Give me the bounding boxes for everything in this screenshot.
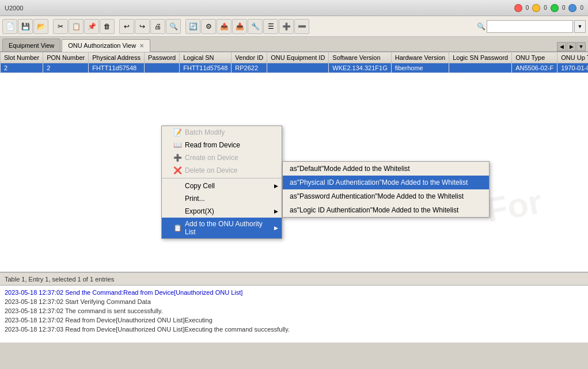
close-button[interactable] <box>514 4 522 12</box>
submenu-onu-authority: as"Default"Mode Added to the Whitelist a… <box>282 161 490 218</box>
log-line-0: 2023-05-18 12:37:02 Send the Command:Rea… <box>5 288 583 297</box>
tab-bar: Equipment View ONU Authorization View ✕ … <box>0 37 588 52</box>
watermark: For <box>483 181 545 230</box>
add-button[interactable]: ➕ <box>279 19 294 34</box>
app-title: U2000 <box>5 5 23 12</box>
cell-slot: 2 <box>1 63 43 73</box>
export-button[interactable]: 📤 <box>217 19 232 34</box>
remove-button[interactable]: ➖ <box>294 19 309 34</box>
col-onu-type: ONU Type <box>512 52 557 63</box>
open-button[interactable]: 📂 <box>33 19 48 34</box>
tab-equipment-view-label: Equipment View <box>9 42 54 49</box>
delete-device-icon: ❌ <box>173 166 181 174</box>
minimize-button[interactable] <box>532 4 540 12</box>
cut-button[interactable]: ✂ <box>53 19 68 34</box>
new-button[interactable]: 📄 <box>2 19 17 34</box>
search-dropdown[interactable]: ▼ <box>574 20 586 33</box>
log-line-3: 2023-05-18 12:37:02 Read from Device[Una… <box>5 315 583 325</box>
tab-navigation: ◀ ▶ ▼ <box>557 42 586 51</box>
search-input[interactable] <box>487 20 573 33</box>
list-button[interactable]: ☰ <box>263 19 278 34</box>
log-area: 2023-05-18 12:37:02 Send the Command:Rea… <box>0 285 588 343</box>
cell-onu-type: AN5506-02-F <box>512 63 557 73</box>
col-up-time: ONU Up Time <box>557 52 588 63</box>
status-bar: Table 1, Entry 1, selected 1 of 1 entrie… <box>0 272 588 285</box>
paste-button[interactable]: 📌 <box>84 19 99 34</box>
copy-button[interactable]: 📋 <box>69 19 84 34</box>
submenu-item-password[interactable]: as"Password Authentication"Mode Added to… <box>283 189 489 203</box>
save-button[interactable]: 💾 <box>18 19 33 34</box>
cell-hardware: fiberhome <box>391 63 449 73</box>
toolbar-group-1: 📄 💾 📂 <box>2 19 48 34</box>
cell-logic-sn <box>449 63 512 73</box>
ctx-export[interactable]: Export(X) <box>162 205 282 218</box>
tab-onu-auth-label: ONU Authorization View <box>68 42 136 49</box>
print-button[interactable]: 🖨 <box>150 19 165 34</box>
col-slot: Slot Number <box>1 52 43 63</box>
ctx-copy-cell[interactable]: Copy Cell <box>162 180 282 192</box>
status-text: Table 1, Entry 1, selected 1 of 1 entrie… <box>5 276 114 283</box>
submenu-item-physical-id[interactable]: as"Physical ID Authentication"Mode Added… <box>283 176 489 189</box>
log-line-1: 2023-05-18 12:37:02 Start Verifying Comm… <box>5 297 583 306</box>
context-menu: 📝 Batch Modify 📖 Read from Device ➕ Crea… <box>161 125 282 239</box>
submenu-item-default[interactable]: as"Default"Mode Added to the Whitelist <box>283 162 489 176</box>
window-controls: 0 0 0 0 <box>514 4 583 12</box>
find-button[interactable]: 🔍 <box>166 19 181 34</box>
import-button[interactable]: 📥 <box>232 19 247 34</box>
tab-next-button[interactable]: ▶ <box>567 42 576 51</box>
help-button[interactable] <box>568 4 576 12</box>
title-bar: U2000 0 0 0 0 <box>0 0 588 16</box>
log-line-4: 2023-05-18 12:37:03 Read from Device[Una… <box>5 325 583 334</box>
ctx-read-from-device[interactable]: 📖 Read from Device <box>162 139 282 151</box>
yellow-count: 0 <box>544 5 547 11</box>
redo-button[interactable]: ↪ <box>135 19 150 34</box>
ctx-print[interactable]: Print... <box>162 192 282 205</box>
col-physical: Physical Address <box>89 52 145 63</box>
col-vendor: Vendor ID <box>232 52 267 63</box>
cell-pon: 2 <box>43 63 89 73</box>
config-button[interactable]: 🔧 <box>248 19 263 34</box>
add-auth-icon: 📋 <box>173 224 181 232</box>
tab-close-icon[interactable]: ✕ <box>139 43 144 49</box>
ctx-create-on-device: ➕ Create on Device <box>162 151 282 164</box>
create-device-icon: ➕ <box>173 154 181 162</box>
batch-modify-icon: 📝 <box>173 128 181 136</box>
refresh-button[interactable]: 🔄 <box>185 19 200 34</box>
undo-button[interactable]: ↩ <box>119 19 134 34</box>
tab-menu-button[interactable]: ▼ <box>576 42 586 51</box>
col-password: Password <box>144 52 179 63</box>
col-logic-sn: Logic SN Password <box>449 52 512 63</box>
ctx-add-onu-authority[interactable]: 📋 Add to the ONU Authority List <box>162 218 282 238</box>
toolbar-group-2: ✂ 📋 📌 🗑 <box>53 19 115 34</box>
submenu-item-logic-id[interactable]: as"Logic ID Authentication"Mode Added to… <box>283 203 489 217</box>
cell-logical: FHTT11d57548 <box>180 63 232 73</box>
maximize-button[interactable] <box>551 4 559 12</box>
log-line-2: 2023-05-18 12:37:02 The command is sent … <box>5 306 583 315</box>
toolbar-group-4: 🔄 ⚙ 📤 📥 🔧 ☰ ➕ ➖ <box>185 19 309 34</box>
search-icon: 🔍 <box>477 22 485 31</box>
col-hardware: Hardware Version <box>391 52 449 63</box>
col-pon: PON Number <box>43 52 89 63</box>
toolbar-search: 🔍 ▼ <box>477 20 586 33</box>
cell-vendor: RP2622 <box>232 63 267 73</box>
blue-count: 0 <box>580 5 583 11</box>
toolbar: 📄 💾 📂 ✂ 📋 📌 🗑 ↩ ↪ 🖨 🔍 🔄 ⚙ 📤 📥 🔧 ☰ ➕ ➖ 🔍 … <box>0 16 588 37</box>
cell-password <box>144 63 179 73</box>
cell-equip-id <box>267 63 329 73</box>
ctx-batch-modify: 📝 Batch Modify <box>162 126 282 139</box>
cell-software: WKE2.134.321F1G <box>329 63 391 73</box>
toolbar-group-3: ↩ ↪ 🖨 🔍 <box>119 19 181 34</box>
tab-onu-authorization-view[interactable]: ONU Authorization View ✕ <box>62 39 150 52</box>
col-equip-id: ONU Equipment ID <box>267 52 329 63</box>
ctx-separator-1 <box>162 178 282 178</box>
ctx-delete-on-device: ❌ Delete on Device <box>162 164 282 177</box>
col-software: Software Version <box>329 52 391 63</box>
red-count: 0 <box>526 5 529 11</box>
read-device-icon: 📖 <box>173 141 181 149</box>
filter-button[interactable]: ⚙ <box>201 19 216 34</box>
cell-up-time: 1970-01-04 17:57:37 <box>557 63 588 73</box>
tab-prev-button[interactable]: ◀ <box>557 42 566 51</box>
tab-equipment-view[interactable]: Equipment View <box>2 39 60 51</box>
delete-button[interactable]: 🗑 <box>100 19 115 34</box>
table-row[interactable]: 2 2 FHTT11d57548 FHTT11d57548 RP2622 WKE… <box>1 63 589 73</box>
